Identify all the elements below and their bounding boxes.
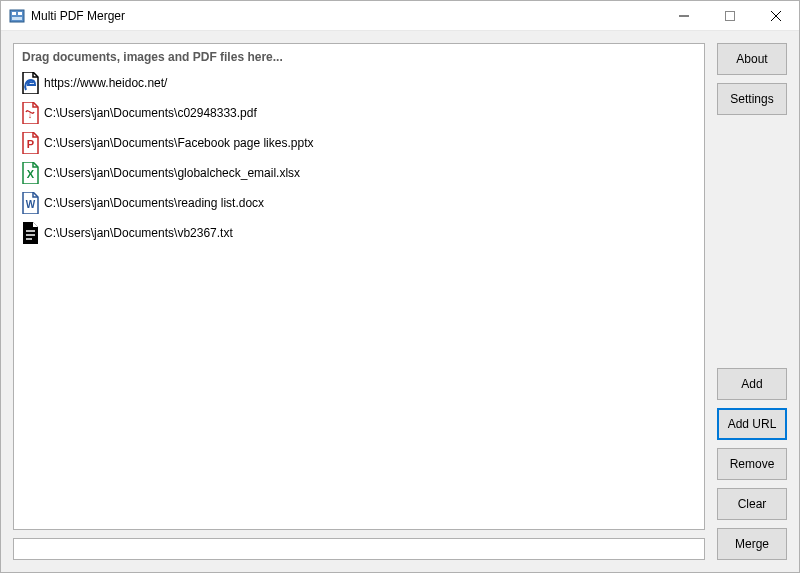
window-controls [661, 1, 799, 30]
file-path: C:\Users\jan\Documents\globalcheck_email… [44, 166, 300, 180]
doc-icon: W [20, 192, 40, 214]
titlebar: Multi PDF Merger [1, 1, 799, 31]
add-url-button[interactable]: Add URL [717, 408, 787, 440]
close-button[interactable] [753, 1, 799, 30]
file-path: C:\Users\jan\Documents\Facebook page lik… [44, 136, 313, 150]
pdf-icon: ↓ [20, 102, 40, 124]
window-title: Multi PDF Merger [31, 9, 661, 23]
window: Multi PDF Merger Drag d [0, 0, 800, 573]
svg-rect-3 [12, 17, 22, 20]
list-item[interactable]: C:\Users\jan\Documents\vb2367.txt [14, 218, 704, 248]
drop-area[interactable]: Drag documents, images and PDF files her… [13, 43, 705, 530]
list-item[interactable]: ↓C:\Users\jan\Documents\c02948333.pdf [14, 98, 704, 128]
settings-button[interactable]: Settings [717, 83, 787, 115]
txt-icon [20, 222, 40, 244]
remove-button[interactable]: Remove [717, 448, 787, 480]
list-item[interactable]: WC:\Users\jan\Documents\reading list.doc… [14, 188, 704, 218]
file-path: C:\Users\jan\Documents\vb2367.txt [44, 226, 233, 240]
merge-button[interactable]: Merge [717, 528, 787, 560]
drop-hint: Drag documents, images and PDF files her… [14, 44, 704, 68]
file-path: C:\Users\jan\Documents\reading list.docx [44, 196, 264, 210]
file-list: https://www.heidoc.net/↓C:\Users\jan\Doc… [14, 68, 704, 248]
maximize-button[interactable] [707, 1, 753, 30]
svg-text:P: P [27, 138, 34, 150]
right-column: About Settings Add Add URL Remove Clear … [717, 43, 787, 560]
maximize-icon [725, 11, 735, 21]
svg-rect-0 [10, 10, 24, 22]
about-button[interactable]: About [717, 43, 787, 75]
spacer [717, 123, 787, 360]
svg-rect-5 [726, 11, 735, 20]
content-area: Drag documents, images and PDF files her… [1, 31, 799, 572]
list-item[interactable]: XC:\Users\jan\Documents\globalcheck_emai… [14, 158, 704, 188]
minimize-button[interactable] [661, 1, 707, 30]
file-path: https://www.heidoc.net/ [44, 76, 167, 90]
list-item[interactable]: https://www.heidoc.net/ [14, 68, 704, 98]
close-icon [771, 11, 781, 21]
add-button[interactable]: Add [717, 368, 787, 400]
svg-rect-2 [18, 12, 22, 15]
file-path: C:\Users\jan\Documents\c02948333.pdf [44, 106, 257, 120]
status-bar [13, 538, 705, 560]
ppt-icon: P [20, 132, 40, 154]
app-icon [9, 8, 25, 24]
minimize-icon [679, 11, 689, 21]
list-item[interactable]: PC:\Users\jan\Documents\Facebook page li… [14, 128, 704, 158]
svg-text:X: X [27, 168, 35, 180]
svg-rect-1 [12, 12, 16, 15]
xls-icon: X [20, 162, 40, 184]
svg-text:W: W [26, 199, 36, 210]
edge-icon [20, 72, 40, 94]
clear-button[interactable]: Clear [717, 488, 787, 520]
left-column: Drag documents, images and PDF files her… [13, 43, 705, 560]
